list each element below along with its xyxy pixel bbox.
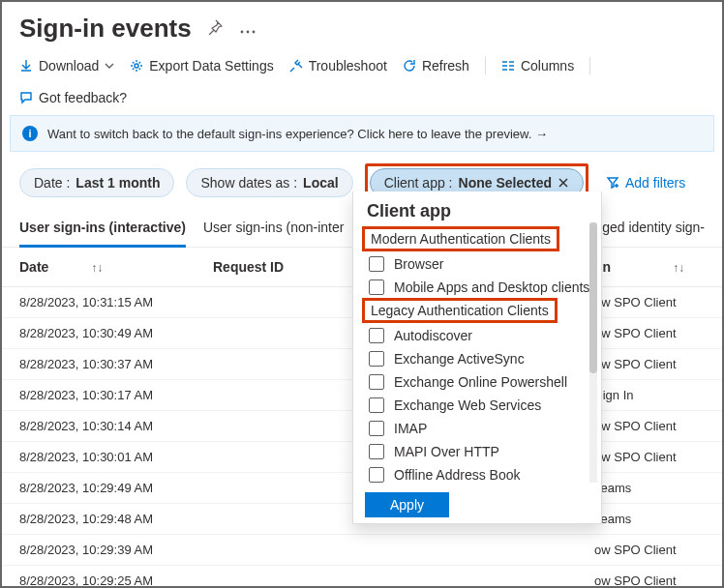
checkbox-option[interactable]: Exchange Web Services [363, 394, 601, 417]
add-filter-icon [606, 176, 619, 190]
cell-date: 8/28/2023, 10:29:25 AM [2, 566, 205, 589]
cell-date: 8/28/2023, 10:29:49 AM [2, 473, 205, 504]
filter-showdates-pill[interactable]: Show dates as : Local [186, 168, 352, 197]
add-filters-button[interactable]: Add filters [606, 175, 685, 191]
column-header-action[interactable]: on ↑↓ [587, 248, 722, 287]
checkbox-option[interactable]: Offline Address Book [363, 463, 601, 486]
checkbox-label: Offline Address Book [394, 467, 520, 483]
table-row[interactable]: 8/28/2023, 10:29:25 AMow SPO Client [2, 566, 722, 589]
cell-date: 8/28/2023, 10:30:17 AM [2, 380, 205, 411]
checkbox-option[interactable]: Exchange ActiveSync [363, 347, 601, 370]
svg-point-1 [246, 30, 249, 33]
feedback-icon [19, 91, 33, 104]
checkbox-icon [369, 444, 384, 459]
filter-date-pill[interactable]: Date : Last 1 month [19, 168, 174, 197]
filter-date-value: Last 1 month [75, 175, 160, 191]
checkbox-option[interactable]: Mobile Apps and Desktop clients [363, 276, 601, 299]
column-header-date[interactable]: Date ↑↓ [2, 248, 205, 287]
checkbox-label: MAPI Over HTTP [394, 444, 499, 459]
checkbox-icon [369, 467, 384, 483]
cell-date: 8/28/2023, 10:30:49 AM [2, 318, 205, 349]
cell-app: Sign In [587, 380, 722, 411]
columns-button[interactable]: Columns [501, 58, 574, 74]
checkbox-option[interactable]: Autodiscover [363, 324, 601, 347]
toolbar-divider [485, 57, 486, 74]
group-legacy-auth: Legacy Authentication Clients [365, 301, 555, 320]
download-icon [19, 59, 33, 73]
filter-showdates-prefix: Show dates as : [200, 175, 297, 191]
svg-point-2 [252, 30, 255, 33]
cell-date: 8/28/2023, 10:30:01 AM [2, 442, 205, 473]
feedback-label: Got feedback? [39, 90, 127, 105]
svg-point-0 [240, 30, 243, 33]
checkbox-option[interactable]: MAPI Over HTTP [363, 440, 601, 463]
filter-showdates-value: Local [303, 175, 339, 191]
checkbox-icon [369, 374, 384, 390]
svg-point-3 [135, 64, 138, 68]
checkbox-icon [369, 256, 384, 272]
cell-date: 8/28/2023, 10:31:15 AM [2, 287, 205, 318]
cell-requestid [205, 535, 587, 566]
checkbox-icon [369, 421, 384, 436]
popover-scrollbar[interactable] [589, 222, 597, 483]
export-settings-button[interactable]: Export Data Settings [130, 58, 273, 74]
info-icon: i [22, 126, 38, 141]
checkbox-label: Autodiscover [394, 328, 472, 343]
refresh-icon [403, 59, 416, 73]
tab-noninteractive[interactable]: User sign-ins (non-inter [203, 212, 345, 247]
download-button[interactable]: Download [19, 58, 114, 74]
feedback-button[interactable]: Got feedback? [19, 90, 127, 105]
add-filters-label: Add filters [625, 175, 685, 191]
cell-app: ow SPO Client [587, 287, 722, 318]
clientapp-popover: Client app Modern Authentication Clients… [352, 191, 602, 524]
more-icon[interactable] [238, 19, 257, 39]
info-banner[interactable]: i Want to switch back to the default sig… [10, 115, 714, 152]
filter-date-prefix: Date : [34, 175, 70, 191]
download-label: Download [39, 58, 99, 74]
cell-app: ow SPO Client [587, 349, 722, 380]
checkbox-label: Exchange ActiveSync [394, 351, 525, 367]
wrench-icon [289, 59, 303, 73]
cell-date: 8/28/2023, 10:29:48 AM [2, 504, 205, 535]
checkbox-icon [369, 351, 384, 367]
checkbox-option[interactable]: Browser [363, 252, 601, 276]
checkbox-label: Exchange Web Services [394, 397, 541, 413]
tab-interactive[interactable]: User sign-ins (interactive) [19, 212, 186, 248]
cell-date: 8/28/2023, 10:29:39 AM [2, 535, 205, 566]
checkbox-option[interactable]: IMAP [363, 417, 601, 440]
refresh-label: Refresh [422, 58, 469, 74]
sort-icon[interactable]: ↑↓ [673, 261, 684, 275]
checkbox-option[interactable]: Exchange Online Powershell [363, 370, 601, 394]
sort-icon[interactable]: ↑↓ [91, 261, 103, 275]
cell-app: Teams [587, 473, 722, 504]
toolbar-divider [589, 57, 590, 74]
apply-button[interactable]: Apply [365, 492, 449, 517]
checkbox-label: Exchange Online Powershell [394, 374, 567, 390]
cell-app: ow SPO Client [587, 566, 722, 589]
cell-date: 8/28/2023, 10:30:37 AM [2, 349, 205, 380]
cell-app: ow SPO Client [587, 535, 722, 566]
filter-clientapp-value: None Selected [459, 175, 552, 191]
pin-icon[interactable] [205, 17, 225, 40]
checkbox-label: IMAP [394, 421, 427, 436]
scrollbar-thumb[interactable] [589, 222, 597, 373]
checkbox-label: Browser [394, 256, 443, 272]
export-label: Export Data Settings [149, 58, 273, 74]
group-modern-auth: Modern Authentication Clients [365, 229, 557, 249]
cell-app: ow SPO Client [587, 318, 722, 349]
popover-title: Client app [363, 195, 601, 227]
cell-app: ow SPO Client [587, 411, 722, 442]
refresh-button[interactable]: Refresh [403, 58, 469, 74]
checkbox-icon [369, 328, 384, 343]
tab-managed-identity[interactable]: ged identity sign- [602, 212, 705, 247]
cell-app: Teams [587, 504, 722, 535]
close-icon[interactable] [558, 177, 569, 189]
checkbox-icon [369, 397, 384, 413]
table-row[interactable]: 8/28/2023, 10:29:39 AMow SPO Client [2, 535, 722, 566]
filter-clientapp-prefix: Client app : [384, 175, 453, 191]
column-date-label: Date [19, 259, 48, 275]
columns-icon [501, 60, 515, 72]
troubleshoot-label: Troubleshoot [309, 58, 387, 74]
cell-date: 8/28/2023, 10:30:14 AM [2, 411, 205, 442]
troubleshoot-button[interactable]: Troubleshoot [289, 58, 387, 74]
